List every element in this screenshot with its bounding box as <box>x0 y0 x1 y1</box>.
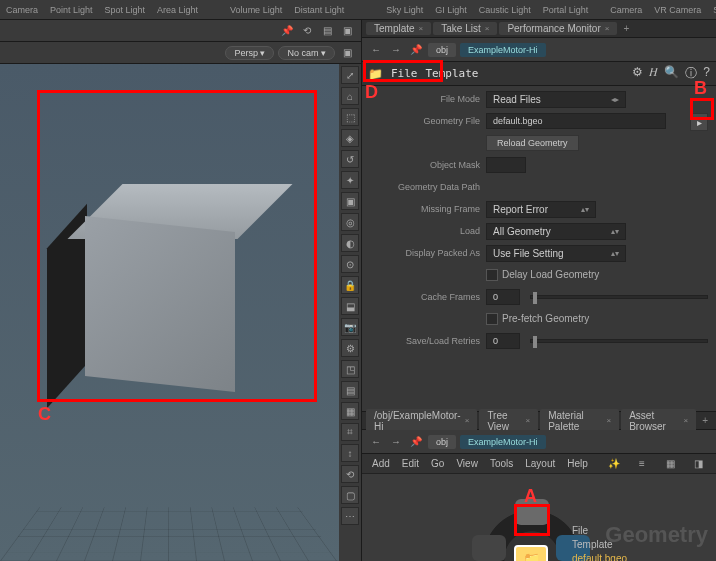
vp-tool[interactable]: 🔒 <box>341 276 359 294</box>
shelf-item[interactable]: Switcher <box>707 5 716 15</box>
vp-tool[interactable]: ⊙ <box>341 255 359 273</box>
reload-geometry-button[interactable]: Reload Geometry <box>486 135 579 151</box>
tab-material[interactable]: Material Palette× <box>540 409 619 433</box>
delay-load-checkbox[interactable] <box>486 269 498 281</box>
shelf-item[interactable]: Area Light <box>151 5 204 15</box>
pin-icon[interactable]: 📌 <box>279 23 295 39</box>
node-name-field[interactable]: Template <box>426 67 479 80</box>
vp-tool[interactable]: ⋯ <box>341 507 359 525</box>
parameter-panel: File Mode Read Files◂▸ Geometry File ▸ R… <box>362 86 716 411</box>
shelf-item[interactable]: Sky Light <box>380 5 429 15</box>
vp-tool[interactable]: ◎ <box>341 213 359 231</box>
cache-frames-slider[interactable] <box>530 295 708 299</box>
shelf-item[interactable]: Spot Light <box>99 5 152 15</box>
tab-treeview[interactable]: Tree View× <box>479 409 538 433</box>
tab-takelist[interactable]: Take List× <box>433 22 497 35</box>
geometry-file-input[interactable] <box>486 113 666 129</box>
pin-icon[interactable]: 📌 <box>408 434 424 450</box>
vp-tool[interactable]: ⤢ <box>341 66 359 84</box>
cache-frames-input[interactable] <box>486 289 520 305</box>
h-icon[interactable]: 𝐻 <box>649 65 658 82</box>
network-tabs: /obj/ExampleMotor-Hi× Tree View× Materia… <box>362 412 716 430</box>
vp-tool[interactable]: ◈ <box>341 129 359 147</box>
pin-icon[interactable]: 📌 <box>408 42 424 58</box>
forward-icon[interactable]: → <box>388 42 404 58</box>
vp-tool[interactable]: ◐ <box>341 234 359 252</box>
close-icon[interactable]: × <box>605 24 610 33</box>
menu-help[interactable]: Help <box>567 458 588 469</box>
search-icon[interactable]: 🔍 <box>664 65 679 82</box>
forward-icon[interactable]: → <box>388 434 404 450</box>
grid-icon[interactable]: ▦ <box>662 456 678 472</box>
shelf-item[interactable]: Point Light <box>44 5 99 15</box>
camera-dropdown[interactable]: No cam ▾ <box>278 46 335 60</box>
menu-edit[interactable]: Edit <box>402 458 419 469</box>
load-dropdown[interactable]: All Geometry▴▾ <box>486 223 626 240</box>
display-icon[interactable]: ▣ <box>339 45 355 61</box>
vp-tool[interactable]: ↕ <box>341 444 359 462</box>
back-icon[interactable]: ← <box>368 42 384 58</box>
panel-icon[interactable]: ▣ <box>339 23 355 39</box>
vp-tool[interactable]: ✦ <box>341 171 359 189</box>
file-mode-dropdown[interactable]: Read Files◂▸ <box>486 91 626 108</box>
vp-tool[interactable]: ▦ <box>341 402 359 420</box>
split-icon[interactable]: ◨ <box>690 456 706 472</box>
vp-tool[interactable]: ⟲ <box>341 465 359 483</box>
close-icon[interactable]: × <box>419 24 424 33</box>
vp-tool[interactable]: ⬓ <box>341 297 359 315</box>
retries-slider[interactable] <box>530 339 708 343</box>
shelf-item[interactable]: VR Camera <box>648 5 707 15</box>
gear-icon[interactable]: ⚙ <box>632 65 643 82</box>
crumb-obj[interactable]: obj <box>428 43 456 57</box>
file-chooser-button[interactable]: ▸ <box>690 113 708 131</box>
vp-tool[interactable]: 📷 <box>341 318 359 336</box>
list-icon[interactable]: ≡ <box>634 456 650 472</box>
close-icon[interactable]: × <box>465 416 470 425</box>
vp-tool[interactable]: ⬚ <box>341 108 359 126</box>
missing-frame-dropdown[interactable]: Report Error▴▾ <box>486 201 596 218</box>
retries-input[interactable] <box>486 333 520 349</box>
shelf-item[interactable]: Caustic Light <box>473 5 537 15</box>
crumb-node[interactable]: ExampleMotor-Hi <box>460 43 546 57</box>
shelf-item[interactable]: Distant Light <box>288 5 350 15</box>
sync-icon[interactable]: ⟲ <box>299 23 315 39</box>
tab-template[interactable]: Template× <box>366 22 431 35</box>
close-icon[interactable]: × <box>485 24 490 33</box>
shelf-item[interactable]: GI Light <box>429 5 473 15</box>
prefetch-checkbox[interactable] <box>486 313 498 325</box>
network-canvas[interactable]: Geometry File Template default.bgeo <box>362 474 716 561</box>
3d-viewport[interactable]: ⤢ ⌂ ⬚ ◈ ↺ ✦ ▣ ◎ ◐ ⊙ 🔒 ⬓ 📷 ⚙ ◳ ▤ ▦ ⌗ ↕ ⟲ <box>0 64 361 561</box>
object-mask-input[interactable] <box>486 157 526 173</box>
vp-tool[interactable]: ⌗ <box>341 423 359 441</box>
menu-tools[interactable]: Tools <box>490 458 513 469</box>
crumb-node[interactable]: ExampleMotor-Hi <box>460 435 546 449</box>
vp-tool[interactable]: ▣ <box>341 192 359 210</box>
vp-tool[interactable]: ⌂ <box>341 87 359 105</box>
vp-tool[interactable]: ▤ <box>341 381 359 399</box>
packed-dropdown[interactable]: Use File Setting▴▾ <box>486 245 626 262</box>
shelf-item[interactable]: Volume Light <box>224 5 288 15</box>
tab-network-path[interactable]: /obj/ExampleMotor-Hi× <box>366 409 477 433</box>
menu-go[interactable]: Go <box>431 458 444 469</box>
shelf-item[interactable]: Camera <box>604 5 648 15</box>
menu-view[interactable]: View <box>456 458 478 469</box>
back-icon[interactable]: ← <box>368 434 384 450</box>
crumb-obj[interactable]: obj <box>428 435 456 449</box>
tab-perfmon[interactable]: Performance Monitor× <box>499 22 617 35</box>
vp-tool[interactable]: ⚙ <box>341 339 359 357</box>
file-node[interactable] <box>514 545 548 561</box>
tab-asset[interactable]: Asset Browser× <box>621 409 696 433</box>
folder-icon: 📁 <box>368 67 383 81</box>
wand-icon[interactable]: ✨ <box>606 456 622 472</box>
vp-tool[interactable]: ↺ <box>341 150 359 168</box>
add-tab-icon[interactable]: + <box>698 415 712 426</box>
add-tab-icon[interactable]: + <box>619 23 633 34</box>
vp-tool[interactable]: ▢ <box>341 486 359 504</box>
menu-layout[interactable]: Layout <box>525 458 555 469</box>
layers-icon[interactable]: ▤ <box>319 23 335 39</box>
vp-tool[interactable]: ◳ <box>341 360 359 378</box>
shelf-item[interactable]: Camera <box>0 5 44 15</box>
shelf-item[interactable]: Portal Light <box>537 5 595 15</box>
menu-add[interactable]: Add <box>372 458 390 469</box>
persp-dropdown[interactable]: Persp ▾ <box>225 46 274 60</box>
